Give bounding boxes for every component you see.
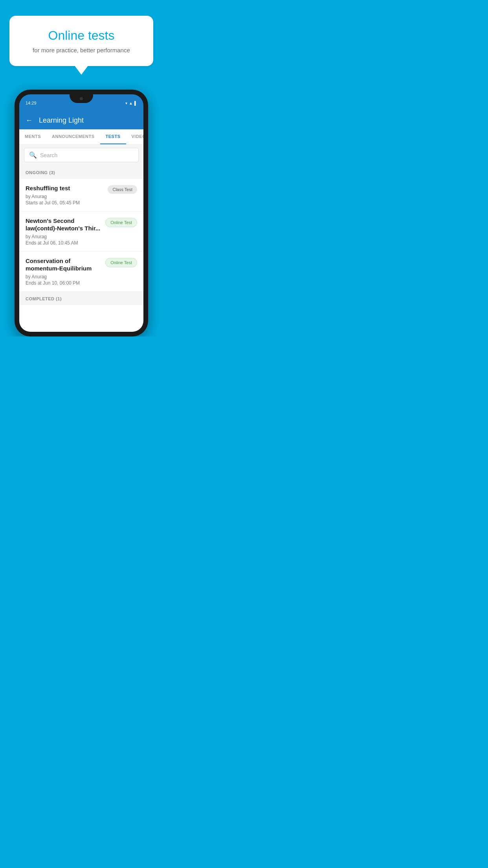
search-icon: 🔍 [29, 151, 37, 159]
ongoing-section-header: ONGOING (3) [19, 166, 143, 179]
hero-section: Online tests for more practice, better p… [0, 0, 163, 90]
phone-frame: 14:29 ▾ ▲ ▌ ← Learning Light MENTS ANNOU… [15, 90, 148, 337]
status-time: 14:29 [26, 101, 37, 105]
search-placeholder: Search [40, 152, 57, 158]
test-author: by Anurag [26, 274, 101, 280]
tab-tests[interactable]: TESTS [100, 129, 126, 144]
tab-ments[interactable]: MENTS [19, 129, 46, 144]
test-badge: Class Test [108, 185, 137, 194]
status-bar: 14:29 ▾ ▲ ▌ [19, 94, 143, 112]
bubble-subtitle: for more practice, better performance [20, 47, 142, 53]
camera [80, 97, 83, 100]
battery-icon: ▌ [134, 101, 137, 105]
phone-screen: ← Learning Light MENTS ANNOUNCEMENTS TES… [19, 112, 143, 332]
wifi-icon: ▾ [125, 101, 127, 105]
test-name: Newton's Second law(contd)-Newton's Thir… [26, 217, 101, 232]
test-item[interactable]: Conservation of momentum-Equilibrium by … [19, 252, 143, 292]
speech-bubble: Online tests for more practice, better p… [9, 16, 153, 66]
tab-videos[interactable]: VIDEOS [126, 129, 143, 144]
status-icons: ▾ ▲ ▌ [125, 101, 137, 105]
test-name: Reshuffling test [26, 184, 104, 192]
test-author: by Anurag [26, 194, 104, 199]
app-header: ← Learning Light [19, 112, 143, 129]
test-date: Ends at Jun 10, 06:00 PM [26, 280, 101, 286]
search-input-wrapper[interactable]: 🔍 Search [24, 148, 139, 162]
notch [70, 94, 93, 103]
test-date: Ends at Jul 06, 10:45 AM [26, 240, 101, 246]
test-info: Reshuffling test by Anurag Starts at Jul… [26, 184, 108, 206]
test-item[interactable]: Newton's Second law(contd)-Newton's Thir… [19, 211, 143, 252]
test-item[interactable]: Reshuffling test by Anurag Starts at Jul… [19, 179, 143, 211]
test-date: Starts at Jul 05, 05:45 PM [26, 200, 104, 206]
test-info: Conservation of momentum-Equilibrium by … [26, 257, 105, 286]
search-bar: 🔍 Search [19, 145, 143, 166]
signal-icon: ▲ [129, 101, 133, 105]
tabs-bar: MENTS ANNOUNCEMENTS TESTS VIDEOS [19, 129, 143, 145]
back-button[interactable]: ← [26, 116, 33, 125]
tab-announcements[interactable]: ANNOUNCEMENTS [46, 129, 100, 144]
test-list: Reshuffling test by Anurag Starts at Jul… [19, 179, 143, 292]
test-author: by Anurag [26, 234, 101, 239]
phone-wrapper: 14:29 ▾ ▲ ▌ ← Learning Light MENTS ANNOU… [0, 90, 163, 337]
bubble-title: Online tests [20, 28, 142, 43]
test-badge: Online Test [105, 218, 137, 227]
completed-label: COMPLETED (1) [26, 296, 62, 301]
test-name: Conservation of momentum-Equilibrium [26, 257, 101, 272]
test-badge: Online Test [105, 258, 137, 267]
app-title: Learning Light [39, 116, 84, 125]
completed-section-header: COMPLETED (1) [19, 292, 143, 305]
test-info: Newton's Second law(contd)-Newton's Thir… [26, 217, 105, 246]
ongoing-label: ONGOING (3) [26, 170, 55, 175]
